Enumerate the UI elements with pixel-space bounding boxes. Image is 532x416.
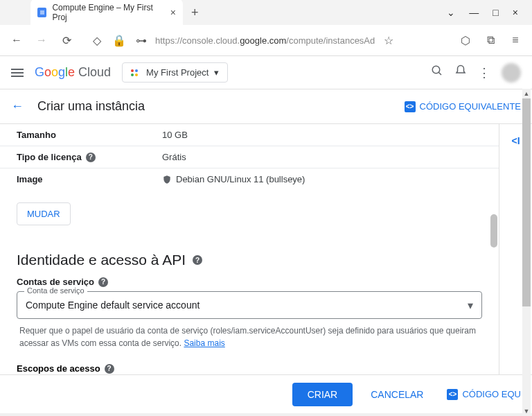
permissions-icon[interactable]: ⊶ — [133, 32, 150, 49]
tab-title: Compute Engine – My First Proj — [52, 3, 164, 22]
svg-rect-1 — [40, 10, 44, 15]
page-scrollbar[interactable]: ▲ ▼ — [522, 89, 531, 416]
select-value: Compute Engine default service account — [26, 300, 200, 311]
back-button[interactable]: ← — [8, 32, 25, 49]
image-label: Image — [17, 174, 162, 184]
search-icon[interactable] — [431, 64, 443, 80]
help-icon[interactable]: ? — [86, 153, 96, 162]
image-value: Debian GNU/Linux 11 (bullseye) — [162, 174, 305, 184]
scroll-up-arrow[interactable]: ▲ — [522, 89, 531, 98]
extensions-icon[interactable]: ⧉ — [482, 32, 499, 49]
notifications-icon[interactable] — [454, 64, 467, 80]
create-button[interactable]: CRIAR — [292, 383, 353, 406]
chevron-down-icon: ▾ — [214, 67, 219, 78]
page-title: Criar uma instância — [37, 99, 145, 114]
help-icon[interactable]: ? — [193, 255, 202, 265]
url-text: https://console.cloud.google.com/compute… — [155, 35, 375, 46]
helper-text: Requer que o papel de usuário da conta d… — [17, 319, 482, 349]
cancel-button[interactable]: CANCELAR — [361, 383, 433, 406]
license-type-value: Grátis — [162, 152, 186, 162]
forward-button: → — [33, 32, 50, 49]
select-float-label: Conta de serviço — [24, 286, 87, 295]
scrollbar-thumb[interactable] — [490, 214, 497, 248]
address-bar[interactable]: ◇ 🔒 ⊶ https://console.cloud.google.com/c… — [83, 29, 449, 51]
browser-toolbar: ← → ⟳ ◇ 🔒 ⊶ https://console.cloud.google… — [0, 25, 532, 55]
learn-more-link[interactable]: Saiba mais — [184, 338, 224, 348]
pocket-icon[interactable]: ⬡ — [457, 32, 474, 49]
disk-size-label: Tamanho — [17, 130, 162, 140]
window-minimize-icon[interactable]: — — [469, 7, 479, 18]
reload-button[interactable]: ⟳ — [58, 32, 75, 49]
page-title-row: ← Criar uma instância <> CÓDIGO EQUIVALE… — [0, 89, 532, 124]
change-button[interactable]: MUDAR — [17, 202, 71, 225]
lock-icon[interactable]: 🔒 — [111, 32, 127, 49]
new-tab-button[interactable]: + — [191, 6, 199, 20]
google-cloud-logo[interactable]: Google Cloud — [35, 65, 111, 80]
code-icon: <> — [447, 389, 458, 400]
help-icon[interactable]: ? — [105, 364, 114, 374]
gcp-header: Google Cloud My First Project ▾ ⋮ — [0, 56, 532, 89]
code-icon: <> — [405, 101, 416, 112]
main-content: Tamanho 10 GB Tipo de licença ? Grátis I… — [0, 124, 499, 413]
project-selector[interactable]: My First Project ▾ — [122, 62, 228, 83]
project-name: My First Project — [146, 67, 209, 78]
license-type-label: Tipo de licença ? — [17, 152, 162, 162]
code-equivalent-button[interactable]: <> CÓDIGO EQUIVALENTE — [405, 101, 521, 112]
menu-icon[interactable]: ≡ — [507, 32, 524, 49]
browser-tab-bar: Compute Engine – My First Proj × + ⌄ — □… — [0, 0, 532, 25]
nav-menu-button[interactable] — [11, 69, 24, 77]
bookmark-icon[interactable]: ☆ — [380, 32, 397, 49]
window-close-icon[interactable]: × — [513, 7, 518, 18]
window-dropdown-icon[interactable]: ⌄ — [447, 7, 455, 18]
collapse-panel-button[interactable]: <I — [511, 135, 520, 413]
window-maximize-icon[interactable]: □ — [493, 7, 498, 18]
tab-favicon — [37, 8, 46, 17]
page-back-button[interactable]: ← — [11, 99, 24, 114]
svg-point-2 — [432, 66, 440, 73]
help-icon[interactable]: ? — [98, 277, 108, 287]
scroll-down-arrow[interactable]: ▼ — [522, 406, 531, 416]
access-scopes-label: Escopos de acesso ? — [0, 349, 499, 376]
disk-size-value: 10 GB — [162, 130, 188, 140]
svg-line-3 — [438, 72, 441, 75]
shield-icon — [162, 175, 172, 184]
footer-bar: CRIAR CANCELAR <> CÓDIGO EQU — [0, 374, 532, 413]
shield-icon[interactable]: ◇ — [89, 32, 105, 49]
service-accounts-label: Contas de serviço ? — [17, 277, 482, 287]
browser-tab[interactable]: Compute Engine – My First Proj × — [30, 0, 183, 26]
page-scrollbar-thumb[interactable] — [522, 98, 531, 306]
identity-section-title: Identidade e acesso à API ? — [0, 238, 499, 277]
avatar[interactable] — [502, 63, 521, 83]
service-account-select[interactable]: Conta de serviço Compute Engine default … — [17, 291, 482, 319]
code-equivalent-footer-button[interactable]: <> CÓDIGO EQU — [447, 389, 521, 400]
chevron-down-icon: ▾ — [468, 299, 473, 312]
more-icon[interactable]: ⋮ — [478, 65, 490, 80]
close-tab-icon[interactable]: × — [170, 7, 176, 18]
